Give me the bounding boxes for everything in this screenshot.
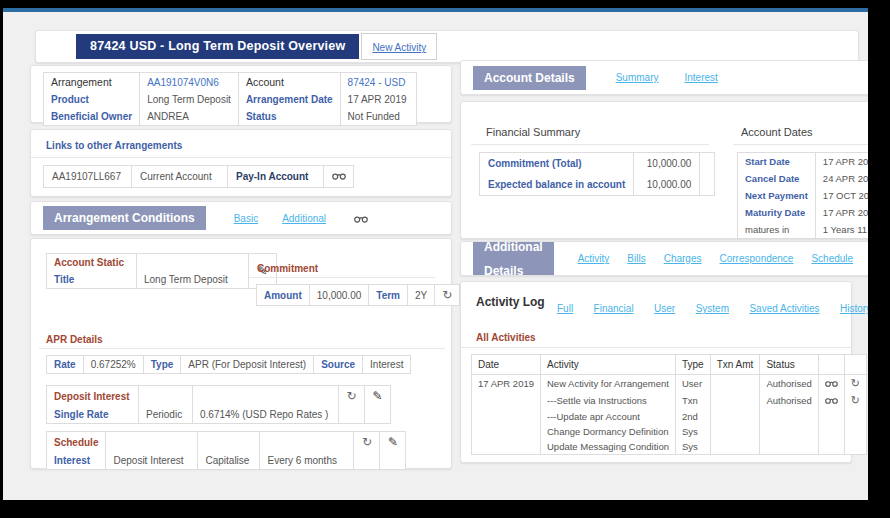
tab-interest[interactable]: Interest xyxy=(684,72,717,83)
view-activity-cell[interactable] xyxy=(818,375,844,393)
tab-additional[interactable]: Additional xyxy=(282,213,326,224)
account-details-badge: Account Details xyxy=(473,66,586,90)
refresh-schedule-cell[interactable]: ↻ xyxy=(354,432,380,453)
filter-full[interactable]: Full xyxy=(557,303,573,314)
col-actions xyxy=(818,355,844,375)
refresh-icon[interactable]: ↻ xyxy=(851,394,860,407)
filter-system[interactable]: System xyxy=(696,303,729,314)
app-window: { "header": { "title": "87424 USD - Long… xyxy=(0,0,890,518)
glasses-icon[interactable] xyxy=(825,379,838,387)
table-row: Product Long Term Deposit Arrangement Da… xyxy=(44,91,417,108)
tab-activity[interactable]: Activity xyxy=(578,253,610,264)
table-row: Account Static ✎ xyxy=(47,254,277,272)
commitment-total-value: 10,000.00 xyxy=(634,153,700,175)
tab-schedule[interactable]: Schedule xyxy=(811,253,853,264)
maturity-date-label: Maturity Date xyxy=(738,204,816,221)
empty-cell xyxy=(339,406,365,424)
refresh-icon[interactable]: ↻ xyxy=(851,377,860,390)
linked-role: Pay-In Account xyxy=(228,166,324,188)
glasses-icon[interactable] xyxy=(332,171,346,180)
rate-label: Rate xyxy=(47,356,84,374)
tab-summary[interactable]: Summary xyxy=(616,72,659,83)
empty-cell xyxy=(380,452,406,470)
title-field-label: Title xyxy=(47,271,137,289)
conditions-detail-card: Account Static ✎ Title Long Term Deposit… xyxy=(30,238,452,469)
account-id-link[interactable]: 87424 - USD xyxy=(340,73,416,92)
reverse-activity-cell[interactable]: ↻ xyxy=(844,375,866,393)
table-row: Deposit Interest ↻ ✎ xyxy=(47,386,391,407)
commitment-total-label: Commitment (Total) xyxy=(480,153,634,175)
links-heading: Links to other Arrangements xyxy=(46,140,182,151)
term-label: Term xyxy=(369,285,408,306)
empty-cell xyxy=(354,452,380,470)
product-value: Long Term Deposit xyxy=(140,91,239,108)
activity-txn-amt xyxy=(710,392,760,409)
activity-desc: Update Messaging Condition xyxy=(541,439,676,455)
glasses-icon[interactable] xyxy=(825,396,838,404)
all-activities-heading: All Activities xyxy=(476,332,536,343)
divider xyxy=(249,277,435,278)
activity-txn-amt xyxy=(710,424,760,439)
reverse-activity-cell[interactable]: ↻ xyxy=(844,392,866,409)
refresh-commitment-cell[interactable]: ↻ xyxy=(435,285,460,306)
tab-correspondence[interactable]: Correspondence xyxy=(720,253,794,264)
activity-desc: ---Settle via Instructions xyxy=(541,392,676,409)
refresh-icon[interactable]: ↻ xyxy=(442,288,452,302)
glasses-icon[interactable] xyxy=(354,214,368,223)
filter-user[interactable]: User xyxy=(654,303,675,314)
type-value: APR (For Deposit Interest) xyxy=(181,356,314,374)
top-accent-bar xyxy=(3,8,868,12)
period-value: Periodic xyxy=(139,406,193,424)
apr-details-heading: APR Details xyxy=(46,334,103,345)
table-row: 17 APR 2019 New Activity for Arrangement… xyxy=(472,375,867,393)
activity-type: Txn xyxy=(676,392,711,409)
table-row: Schedule ↻ ✎ xyxy=(47,432,406,453)
empty-cell xyxy=(844,409,866,424)
refresh-deposit-interest-cell[interactable]: ↻ xyxy=(339,386,365,407)
arrangement-id-link[interactable]: AA191074V0N6 xyxy=(140,73,239,92)
arrangement-date-label: Arrangement Date xyxy=(238,91,340,108)
refresh-icon[interactable]: ↻ xyxy=(362,435,372,449)
new-activity-label[interactable]: New Activity xyxy=(372,42,426,53)
pencil-icon[interactable]: ✎ xyxy=(372,389,382,403)
empty-cell xyxy=(818,409,844,424)
activity-status xyxy=(760,439,818,455)
activity-txn-amt xyxy=(710,375,760,393)
edit-schedule-cell[interactable]: ✎ xyxy=(380,432,406,453)
financial-summary-heading: Financial Summary xyxy=(486,126,580,138)
activity-log-heading: Activity Log xyxy=(476,295,545,309)
activity-log-card: Activity Log Full Financial User System … xyxy=(460,281,852,463)
table-row: ---Settle via Instructions Txn Authorise… xyxy=(472,392,867,409)
commitment-heading: Commitment xyxy=(257,263,318,274)
activity-desc: New Activity for Arrangement xyxy=(541,375,676,393)
filter-saved-activities[interactable]: Saved Activities xyxy=(749,303,819,314)
refresh-icon[interactable]: ↻ xyxy=(346,389,356,403)
status-value: Not Funded xyxy=(340,108,416,126)
additional-details-badge: Additional Details xyxy=(473,242,554,275)
account-dates-table: Start Date 17 APR 2019 Cancel Date 24 AP… xyxy=(737,152,868,239)
edit-deposit-interest-cell[interactable]: ✎ xyxy=(365,386,391,407)
tab-bills[interactable]: Bills xyxy=(627,253,645,264)
rate-value: 0.67252% xyxy=(83,356,143,374)
pencil-icon[interactable]: ✎ xyxy=(388,435,398,449)
schedule-heading: Schedule xyxy=(47,432,106,453)
filter-history[interactable]: History xyxy=(840,303,868,314)
tab-basic[interactable]: Basic xyxy=(234,213,258,224)
table-row: Start Date 17 APR 2019 xyxy=(738,153,869,171)
arrangement-overview-card: Arrangement AA191074V0N6 Account 87424 -… xyxy=(30,65,452,123)
activity-type: 2nd xyxy=(676,409,711,424)
view-activity-cell[interactable] xyxy=(818,392,844,409)
table-row: ---Update apr Account 2nd xyxy=(472,409,867,424)
col-date: Date xyxy=(472,355,541,375)
new-activity-button[interactable]: New Activity xyxy=(361,33,437,60)
empty-cell xyxy=(700,174,715,196)
table-header-row: Date Activity Type Txn Amt Status xyxy=(472,355,867,375)
filter-financial[interactable]: Financial xyxy=(594,303,634,314)
tab-charges[interactable]: Charges xyxy=(664,253,702,264)
view-link-cell[interactable] xyxy=(324,166,354,188)
col-type: Type xyxy=(676,355,711,375)
links-card: Links to other Arrangements AA19107LL667… xyxy=(30,129,452,197)
beneficial-owner-value: ANDREA xyxy=(140,108,239,126)
maturity-date-value: 17 APR 2021 xyxy=(815,204,868,221)
source-value: Interest xyxy=(363,356,411,374)
